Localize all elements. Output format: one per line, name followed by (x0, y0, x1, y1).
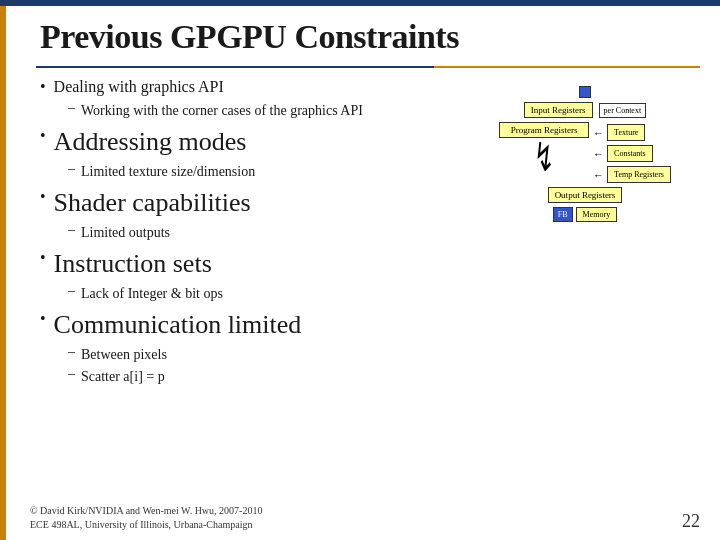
bullet-addressing: • Addressing modes (40, 125, 450, 159)
bullet-text-instruction: Instruction sets (54, 247, 212, 281)
bullet-text-communication: Communication limited (54, 308, 302, 342)
bullet-graphics-api: • Dealing with graphics API (40, 76, 450, 98)
diag-middle-section: Program Registers ↯ ← Texture ← Constant… (499, 122, 671, 183)
footer-line1: © David Kirk/NVIDIA and Wen-mei W. Hwu, … (30, 504, 262, 518)
diag-side-boxes: ← Texture ← Constants ← Temp Registers (593, 124, 671, 183)
sub-bullet-texture: – Limited texture size/dimension (68, 161, 450, 182)
diag-constants-row: ← Constants (593, 145, 671, 162)
footer-line2: ECE 498AL, University of Illinois, Urban… (30, 518, 262, 532)
right-column: Input Registers per Context Program Regi… (470, 76, 700, 530)
section-shader: • Shader capabilities – Limited outputs (40, 186, 450, 243)
diag-small-square (579, 86, 591, 98)
diag-input-row: Input Registers per Context (524, 102, 646, 118)
diag-fb-row: FB Memory (553, 207, 617, 222)
sub-text-texture: Limited texture size/dimension (81, 161, 255, 182)
bullet-dot-5: • (40, 310, 46, 328)
sub-dash-4: – (68, 283, 75, 299)
left-column: • Dealing with graphics API – Working wi… (40, 76, 470, 530)
bullet-communication: • Communication limited (40, 308, 450, 342)
footer-left: © David Kirk/NVIDIA and Wen-mei W. Hwu, … (30, 504, 262, 532)
bullet-dot-2: • (40, 127, 46, 145)
section-addressing: • Addressing modes – Limited texture siz… (40, 125, 450, 182)
diag-arrow-temp: ← (593, 169, 604, 181)
sub-bullet-scatter: – Scatter a[i] = p (68, 366, 450, 387)
bullet-dot-4: • (40, 249, 46, 267)
sub-bullets-addressing: – Limited texture size/dimension (68, 161, 450, 182)
diag-temp-registers: Temp Registers (607, 166, 671, 183)
bullet-text-shader: Shader capabilities (54, 186, 251, 220)
diag-left-section: Program Registers ↯ (499, 122, 589, 176)
title-divider (36, 66, 700, 68)
sub-text-outputs: Limited outputs (81, 222, 170, 243)
bullet-text-graphics-api: Dealing with graphics API (54, 76, 224, 98)
sub-dash-2: – (68, 161, 75, 177)
diag-texture-row: ← Texture (593, 124, 671, 141)
sub-bullet-outputs: – Limited outputs (68, 222, 450, 243)
bullet-instruction: • Instruction sets (40, 247, 450, 281)
slide: Previous GPGPU Constraints • Dealing wit… (0, 0, 720, 540)
page-number: 22 (682, 511, 700, 532)
slide-title: Previous GPGPU Constraints (10, 0, 720, 66)
section-graphics-api: • Dealing with graphics API – Working wi… (40, 76, 450, 121)
section-instruction: • Instruction sets – Lack of Integer & b… (40, 247, 450, 304)
diag-fb-label: FB (553, 207, 573, 222)
sub-dash-6: – (68, 366, 75, 382)
sub-bullet-between-pixels: – Between pixels (68, 344, 450, 365)
section-communication: • Communication limited – Between pixels… (40, 308, 450, 387)
sub-text-integer: Lack of Integer & bit ops (81, 283, 223, 304)
diag-temp-row: ← Temp Registers (593, 166, 671, 183)
sub-bullet-integer: – Lack of Integer & bit ops (68, 283, 450, 304)
diag-input-registers: Input Registers (524, 102, 593, 118)
sub-bullets-shader: – Limited outputs (68, 222, 450, 243)
diag-output-row: Output Registers (548, 187, 623, 203)
sub-dash-1: – (68, 100, 75, 116)
sub-bullets-graphics-api: – Working with the corner cases of the g… (68, 100, 450, 121)
sub-bullets-communication: – Between pixels – Scatter a[i] = p (68, 344, 450, 387)
diag-squiggle-arrow: ↯ (534, 140, 554, 176)
diag-memory-label: Memory (576, 207, 618, 222)
diag-arrow-texture: ← (593, 127, 604, 139)
diag-constants: Constants (607, 145, 653, 162)
sub-dash-5: – (68, 344, 75, 360)
footer: © David Kirk/NVIDIA and Wen-mei W. Hwu, … (30, 504, 700, 532)
diag-output-registers: Output Registers (548, 187, 623, 203)
diag-per-context: per Context (599, 103, 647, 118)
bullet-shader: • Shader capabilities (40, 186, 450, 220)
bullet-dot-3: • (40, 188, 46, 206)
bullet-dot-1: • (40, 78, 46, 96)
sub-text-between-pixels: Between pixels (81, 344, 167, 365)
diag-texture: Texture (607, 124, 645, 141)
sub-bullets-instruction: – Lack of Integer & bit ops (68, 283, 450, 304)
gpu-diagram: Input Registers per Context Program Regi… (475, 86, 695, 222)
sub-dash-3: – (68, 222, 75, 238)
sub-text-corner-cases: Working with the corner cases of the gra… (81, 100, 363, 121)
sub-text-scatter: Scatter a[i] = p (81, 366, 165, 387)
sub-bullet-corner-cases: – Working with the corner cases of the g… (68, 100, 450, 121)
diag-arrow-constants: ← (593, 148, 604, 160)
slide-body: • Dealing with graphics API – Working wi… (10, 76, 720, 540)
bullet-text-addressing: Addressing modes (54, 125, 247, 159)
